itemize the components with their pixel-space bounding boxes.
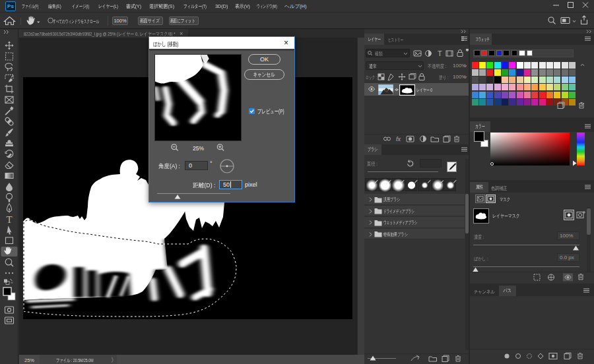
svg-text:T: T xyxy=(438,49,442,57)
svg-text:T: T xyxy=(6,214,12,225)
svg-text:fx: fx xyxy=(396,136,401,142)
